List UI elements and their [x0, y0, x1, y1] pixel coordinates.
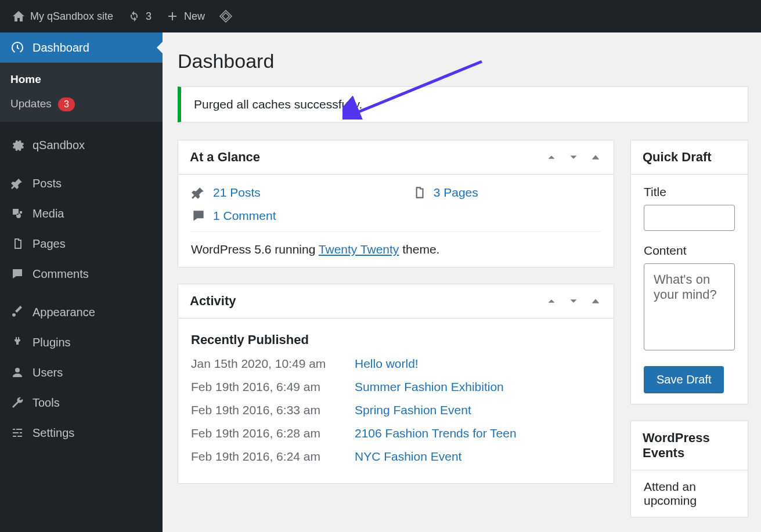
activity-date: Jan 15th 2020, 10:49 am: [191, 357, 337, 371]
glance-comments-link[interactable]: 1 Comment: [213, 209, 276, 223]
sidebar-item-pages[interactable]: Pages: [0, 229, 163, 259]
comment-icon: [10, 267, 24, 281]
activity-date: Feb 19th 2016, 6:24 am: [191, 450, 337, 464]
wrench-icon: [10, 396, 24, 410]
chevron-down-icon[interactable]: [567, 295, 580, 307]
adminbar-new-label: New: [184, 10, 205, 23]
save-draft-button[interactable]: Save Draft: [644, 366, 724, 393]
pages-icon: [10, 237, 24, 251]
sliders-icon: [10, 426, 24, 440]
metabox-activity: Activity Recently Published Jan 15th 202…: [178, 284, 614, 484]
collapse-icon[interactable]: [589, 151, 602, 164]
activity-list: Jan 15th 2020, 10:49 amHello world!Feb 1…: [191, 357, 601, 464]
sidebar-label-comments: Comments: [33, 267, 89, 281]
activity-link[interactable]: Summer Fashion Exhibition: [355, 380, 504, 394]
sidebar-item-appearance[interactable]: Appearance: [0, 297, 163, 327]
comment-icon: [191, 208, 206, 223]
title-label: Title: [644, 185, 735, 199]
wp-ver-suffix: theme.: [399, 243, 439, 256]
activity-date: Feb 19th 2016, 6:28 am: [191, 426, 337, 440]
sidebar-item-settings[interactable]: Settings: [0, 418, 163, 448]
sidebar-label-tools: Tools: [33, 396, 60, 410]
events-text: Attend an upcoming: [631, 471, 748, 517]
success-notice: Purged all caches successfully.: [178, 86, 748, 122]
home-icon: [12, 9, 26, 23]
refresh-icon: [127, 9, 141, 23]
menu-separator: [0, 122, 163, 130]
sidebar-submenu-dashboard: Home Updates 3: [0, 63, 163, 122]
sidebar-label-settings: Settings: [33, 426, 74, 440]
activity-link[interactable]: Spring Fashion Event: [355, 403, 471, 417]
sidebar-item-plugins[interactable]: Plugins: [0, 327, 163, 357]
adminbar-updates-count: 3: [146, 10, 152, 23]
sidebar-label-appearance: Appearance: [33, 306, 95, 319]
activity-item: Feb 19th 2016, 6:49 amSummer Fashion Exh…: [191, 380, 601, 394]
user-icon: [10, 365, 24, 379]
sidebar-item-posts[interactable]: Posts: [0, 168, 163, 198]
activity-item: Feb 19th 2016, 6:33 amSpring Fashion Eve…: [191, 403, 601, 417]
gear-icon: [10, 138, 24, 152]
sidebar-item-dashboard[interactable]: Dashboard: [0, 32, 163, 63]
dashboard-icon: [10, 41, 24, 55]
glance-title: At a Glance: [190, 150, 260, 165]
media-icon: [10, 207, 24, 220]
notice-text: Purged all caches successfully.: [194, 97, 362, 111]
plug-icon: [10, 335, 24, 349]
glance-pages-link[interactable]: 3 Pages: [434, 186, 478, 200]
chevron-up-icon[interactable]: [545, 295, 558, 307]
content-label: Content: [644, 244, 735, 258]
title-input[interactable]: [644, 205, 735, 231]
sidebar-item-tools[interactable]: Tools: [0, 388, 163, 418]
menu-separator: [0, 160, 163, 168]
plus-icon: [165, 9, 179, 23]
wp-theme-link[interactable]: Twenty Twenty: [319, 243, 399, 256]
activity-link[interactable]: Hello world!: [355, 357, 419, 371]
diamond-icon: [219, 9, 233, 23]
admin-bar: My qSandbox site 3 New: [0, 0, 761, 32]
activity-item: Feb 19th 2016, 6:24 amNYC Fashion Event: [191, 450, 601, 464]
activity-item: Feb 19th 2016, 6:28 am2106 Fashion Trend…: [191, 426, 601, 440]
activity-link[interactable]: 2106 Fashion Trends for Teen: [355, 426, 517, 440]
activity-link[interactable]: NYC Fashion Event: [355, 450, 461, 464]
sidebar-item-qsandbox[interactable]: qSandbox: [0, 130, 163, 160]
page-title: Dashboard: [178, 50, 748, 73]
sidebar-subitem-updates[interactable]: Updates 3: [0, 92, 163, 117]
wp-ver-prefix: WordPress 5.6 running: [191, 243, 319, 256]
chevron-up-icon[interactable]: [545, 151, 558, 164]
sidebar-label-updates: Updates: [10, 97, 52, 110]
sidebar-item-media[interactable]: Media: [0, 198, 163, 229]
metabox-quick-draft: Quick Draft Title Content Save Draft: [630, 140, 748, 404]
menu-separator: [0, 289, 163, 297]
adminbar-plugin-icon[interactable]: [212, 0, 240, 32]
activity-subtitle: Recently Published: [191, 332, 601, 348]
glance-posts-link[interactable]: 21 Posts: [213, 186, 261, 200]
activity-date: Feb 19th 2016, 6:33 am: [191, 403, 337, 417]
activity-title: Activity: [190, 294, 236, 309]
sidebar-label-pages: Pages: [33, 237, 66, 251]
main-content: Dashboard Purged all caches successfully…: [163, 32, 761, 532]
wp-version-text: WordPress 5.6 running Twenty Twenty them…: [191, 231, 601, 256]
sidebar-label-posts: Posts: [33, 177, 62, 190]
admin-sidebar: Dashboard Home Updates 3 qSandbox Posts: [0, 32, 163, 532]
metabox-at-a-glance: At a Glance 21 Posts: [178, 140, 614, 267]
sidebar-label-plugins: Plugins: [33, 336, 71, 349]
pin-icon: [191, 185, 206, 200]
sidebar-label-media: Media: [33, 207, 64, 220]
sidebar-subitem-home[interactable]: Home: [0, 67, 163, 92]
sidebar-label-qsandbox: qSandbox: [33, 139, 85, 152]
chevron-down-icon[interactable]: [567, 151, 580, 164]
brush-icon: [10, 305, 24, 319]
adminbar-site-link[interactable]: My qSandbox site: [5, 0, 120, 32]
adminbar-site-name: My qSandbox site: [30, 10, 113, 23]
collapse-icon[interactable]: [589, 295, 602, 307]
sidebar-item-users[interactable]: Users: [0, 357, 163, 388]
sidebar-label-users: Users: [33, 366, 63, 379]
adminbar-updates[interactable]: 3: [120, 0, 158, 32]
sidebar-item-comments[interactable]: Comments: [0, 259, 163, 289]
adminbar-new[interactable]: New: [158, 0, 212, 32]
content-textarea[interactable]: [644, 263, 735, 350]
activity-item: Jan 15th 2020, 10:49 amHello world!: [191, 357, 601, 371]
metabox-events: WordPress Events Attend an upcoming: [630, 421, 748, 517]
events-title: WordPress Events: [643, 430, 736, 461]
pages-icon: [412, 185, 427, 200]
